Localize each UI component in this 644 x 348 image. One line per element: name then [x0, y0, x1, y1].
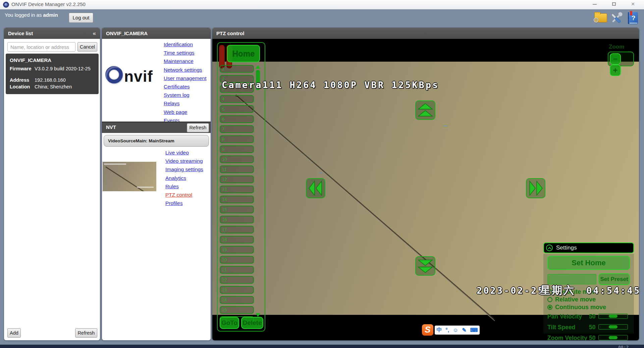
- device-link-identification[interactable]: Identification: [164, 40, 210, 49]
- preset-item-12[interactable]: 12: [220, 176, 254, 183]
- onvif-ring-icon: [105, 66, 123, 83]
- minimize-button[interactable]: [588, 0, 601, 9]
- radio-circle[interactable]: [547, 297, 552, 302]
- search-input[interactable]: [7, 42, 75, 52]
- device-link-web-page[interactable]: Web page: [164, 108, 210, 116]
- onvif-app-icon: [3, 2, 9, 8]
- preset-item-15[interactable]: 15: [220, 206, 254, 213]
- preset-item-16[interactable]: 16: [220, 216, 254, 223]
- video-source-selector[interactable]: VideoSourceMain: MainStream: [104, 135, 209, 147]
- preset-name-input[interactable]: [547, 274, 596, 284]
- device-link-certificates[interactable]: Certificates: [164, 82, 210, 91]
- preset-item-22[interactable]: 22: [220, 276, 254, 284]
- maximize-button[interactable]: [607, 0, 621, 9]
- nvt-link-imaging-settings[interactable]: Imaging settings: [165, 165, 210, 173]
- nvt-link-ptz-control[interactable]: PTZ control: [165, 191, 210, 199]
- zoom-out-button[interactable]: −: [610, 53, 621, 65]
- pan-left-button[interactable]: [306, 178, 325, 198]
- nvt-link-live-video[interactable]: Live video: [165, 148, 210, 157]
- nvt-link-video-streaming[interactable]: Video streaming: [165, 157, 210, 165]
- nvt-link-rules[interactable]: Rules: [165, 182, 210, 191]
- preset-item-18[interactable]: 18: [220, 236, 254, 243]
- preset-item-25[interactable]: 25: [220, 306, 254, 314]
- slider-thumb[interactable]: [609, 315, 618, 318]
- preset-item-20[interactable]: 20: [220, 256, 254, 264]
- settings-title-bar[interactable]: Settings: [543, 242, 634, 253]
- nvt-section-header: NVT Refresh: [102, 122, 211, 133]
- preset-item-21[interactable]: 21: [220, 266, 254, 274]
- preset-item-13[interactable]: 13: [220, 186, 254, 193]
- set-preset-button[interactable]: Set Preset: [598, 273, 630, 285]
- radio-circle[interactable]: [547, 305, 552, 310]
- sogou-ime-icon[interactable]: S: [422, 324, 433, 336]
- collapse-panel-icon[interactable]: «: [93, 28, 96, 39]
- title-bar: ONVIF Device Manager v2.2.250 ×: [0, 0, 644, 9]
- ime-icon-1[interactable]: °,: [445, 327, 449, 333]
- zoom-controls: − +: [608, 52, 634, 66]
- collapse-settings-icon[interactable]: [546, 245, 553, 251]
- preset-item-8[interactable]: 8: [220, 135, 254, 143]
- username: admin: [43, 12, 58, 18]
- preset-item-23[interactable]: 23: [220, 286, 254, 294]
- preset-item-11[interactable]: 11: [220, 165, 254, 173]
- slider-thumb[interactable]: [609, 336, 618, 339]
- device-link-relays[interactable]: Relays: [164, 99, 210, 108]
- zoom-in-button[interactable]: +: [610, 65, 621, 76]
- ime-icon-4[interactable]: ⌨: [470, 327, 478, 333]
- device-link-time-settings[interactable]: Time settings: [164, 49, 210, 57]
- ime-icon-0[interactable]: 中: [436, 327, 442, 334]
- delete-preset-button[interactable]: Delete: [241, 317, 263, 329]
- preset-item-14[interactable]: 14: [220, 196, 254, 203]
- nvt-link-analytics[interactable]: Analytics: [165, 174, 210, 182]
- preset-scrollbar[interactable]: [255, 65, 261, 322]
- cancel-button[interactable]: Cancel: [77, 42, 97, 52]
- manage-settings-icon[interactable]: ⚙: [594, 13, 607, 22]
- ptz-panel: PTZ control Home 12345678910111213141516…: [212, 28, 639, 340]
- tilt-down-button[interactable]: [415, 256, 435, 276]
- slider-track[interactable]: [598, 335, 628, 340]
- device-card[interactable]: ONVIF_ICAMERA FirmwareV3.0.2.9 build 202…: [6, 54, 99, 94]
- set-home-button[interactable]: Set Home: [547, 256, 630, 270]
- onvif-logo: nvif: [105, 65, 162, 86]
- preset-item-24[interactable]: 24: [220, 296, 254, 304]
- slider-track[interactable]: [598, 324, 628, 330]
- device-panel: ONVIF_ICAMERA nvif IdentificationTime se…: [102, 28, 211, 340]
- slider-value: 50: [589, 324, 598, 331]
- radio-continuous-move[interactable]: Continuous move: [547, 303, 630, 311]
- ime-icon-2[interactable]: ☺: [453, 327, 458, 333]
- goto-preset-button[interactable]: GoTo: [220, 317, 239, 329]
- pan-right-button[interactable]: [526, 178, 545, 198]
- preset-item-19[interactable]: 19: [220, 246, 254, 254]
- help-icon[interactable]: ?: [628, 12, 638, 24]
- osd-weekday: 星期六: [540, 283, 575, 297]
- add-device-button[interactable]: Add: [7, 328, 21, 338]
- nvt-link-profiles[interactable]: Profiles: [165, 199, 210, 207]
- device-address: Address192.168.0.160: [10, 77, 95, 83]
- preset-item-4[interactable]: 4: [220, 95, 254, 103]
- pan-up-button[interactable]: [415, 100, 435, 120]
- close-button[interactable]: ×: [626, 0, 640, 9]
- taskbar-strip: 00:2: [0, 345, 644, 348]
- preset-item-9[interactable]: 9: [220, 145, 254, 153]
- preset-item-6[interactable]: 6: [220, 115, 254, 123]
- device-link-network-settings[interactable]: Network settings: [164, 66, 210, 74]
- nvt-refresh-button[interactable]: Refresh: [187, 123, 209, 132]
- preset-item-10[interactable]: 10: [220, 155, 254, 163]
- device-link-maintenance[interactable]: Maintenance: [164, 57, 210, 65]
- scroll-up-icon[interactable]: [256, 65, 260, 69]
- preset-item-5[interactable]: 5: [220, 105, 254, 113]
- scroll-down-icon[interactable]: [256, 313, 260, 317]
- preset-item-17[interactable]: 17: [220, 226, 254, 233]
- device-name: ONVIF_ICAMERA: [10, 57, 95, 63]
- tools-icon[interactable]: [610, 11, 623, 27]
- ime-icon-3[interactable]: ✎: [462, 327, 466, 333]
- slider-thumb[interactable]: [609, 325, 618, 329]
- preset-item-1[interactable]: 1: [220, 65, 254, 73]
- slider-track[interactable]: [598, 314, 628, 319]
- refresh-devices-button[interactable]: Refresh: [75, 328, 97, 338]
- preset-item-7[interactable]: 7: [220, 125, 254, 133]
- device-link-system-log[interactable]: System log: [164, 91, 210, 99]
- device-link-user-management[interactable]: User management: [164, 74, 210, 82]
- home-button[interactable]: Home: [227, 45, 260, 62]
- logout-button[interactable]: Log out: [69, 13, 93, 23]
